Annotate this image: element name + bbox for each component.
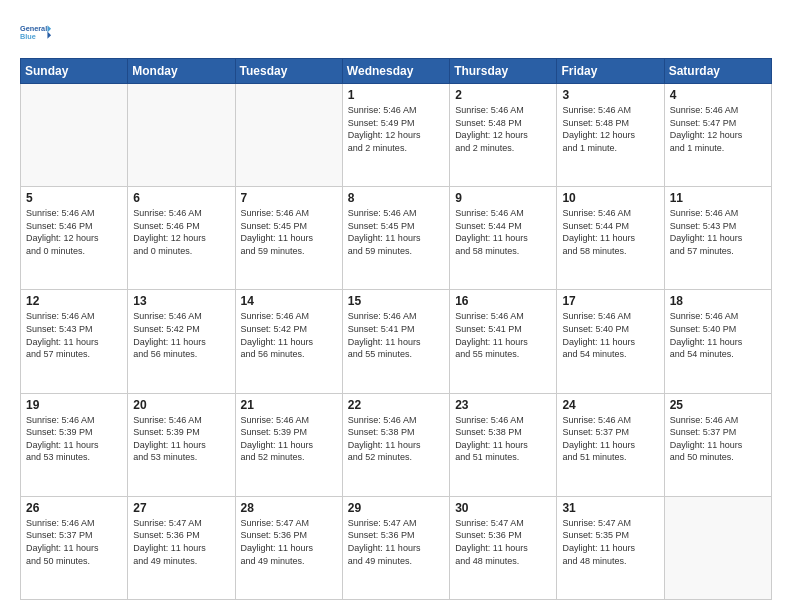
- day-info: Sunrise: 5:46 AM Sunset: 5:38 PM Dayligh…: [455, 414, 551, 464]
- day-number: 12: [26, 294, 122, 308]
- day-number: 17: [562, 294, 658, 308]
- day-cell: 4Sunrise: 5:46 AM Sunset: 5:47 PM Daylig…: [664, 84, 771, 187]
- calendar: SundayMondayTuesdayWednesdayThursdayFrid…: [20, 58, 772, 600]
- day-info: Sunrise: 5:46 AM Sunset: 5:39 PM Dayligh…: [26, 414, 122, 464]
- day-info: Sunrise: 5:46 AM Sunset: 5:46 PM Dayligh…: [26, 207, 122, 257]
- day-info: Sunrise: 5:46 AM Sunset: 5:37 PM Dayligh…: [562, 414, 658, 464]
- day-info: Sunrise: 5:47 AM Sunset: 5:36 PM Dayligh…: [133, 517, 229, 567]
- weekday-monday: Monday: [128, 59, 235, 84]
- day-number: 13: [133, 294, 229, 308]
- day-number: 22: [348, 398, 444, 412]
- week-row-3: 12Sunrise: 5:46 AM Sunset: 5:43 PM Dayli…: [21, 290, 772, 393]
- day-cell: 7Sunrise: 5:46 AM Sunset: 5:45 PM Daylig…: [235, 187, 342, 290]
- day-info: Sunrise: 5:46 AM Sunset: 5:43 PM Dayligh…: [26, 310, 122, 360]
- day-cell: 23Sunrise: 5:46 AM Sunset: 5:38 PM Dayli…: [450, 393, 557, 496]
- day-number: 15: [348, 294, 444, 308]
- day-info: Sunrise: 5:46 AM Sunset: 5:49 PM Dayligh…: [348, 104, 444, 154]
- weekday-wednesday: Wednesday: [342, 59, 449, 84]
- day-cell: 16Sunrise: 5:46 AM Sunset: 5:41 PM Dayli…: [450, 290, 557, 393]
- day-info: Sunrise: 5:46 AM Sunset: 5:48 PM Dayligh…: [455, 104, 551, 154]
- day-cell: 24Sunrise: 5:46 AM Sunset: 5:37 PM Dayli…: [557, 393, 664, 496]
- day-cell: [128, 84, 235, 187]
- day-number: 31: [562, 501, 658, 515]
- day-info: Sunrise: 5:46 AM Sunset: 5:39 PM Dayligh…: [133, 414, 229, 464]
- day-info: Sunrise: 5:46 AM Sunset: 5:41 PM Dayligh…: [455, 310, 551, 360]
- day-info: Sunrise: 5:46 AM Sunset: 5:38 PM Dayligh…: [348, 414, 444, 464]
- day-number: 18: [670, 294, 766, 308]
- day-info: Sunrise: 5:46 AM Sunset: 5:40 PM Dayligh…: [670, 310, 766, 360]
- logo: GeneralBlue: [20, 16, 52, 48]
- day-cell: 20Sunrise: 5:46 AM Sunset: 5:39 PM Dayli…: [128, 393, 235, 496]
- day-info: Sunrise: 5:46 AM Sunset: 5:45 PM Dayligh…: [348, 207, 444, 257]
- day-cell: 8Sunrise: 5:46 AM Sunset: 5:45 PM Daylig…: [342, 187, 449, 290]
- day-number: 6: [133, 191, 229, 205]
- day-info: Sunrise: 5:46 AM Sunset: 5:40 PM Dayligh…: [562, 310, 658, 360]
- day-number: 26: [26, 501, 122, 515]
- day-number: 21: [241, 398, 337, 412]
- day-number: 4: [670, 88, 766, 102]
- day-cell: 5Sunrise: 5:46 AM Sunset: 5:46 PM Daylig…: [21, 187, 128, 290]
- day-cell: 9Sunrise: 5:46 AM Sunset: 5:44 PM Daylig…: [450, 187, 557, 290]
- day-cell: 25Sunrise: 5:46 AM Sunset: 5:37 PM Dayli…: [664, 393, 771, 496]
- day-cell: 19Sunrise: 5:46 AM Sunset: 5:39 PM Dayli…: [21, 393, 128, 496]
- day-info: Sunrise: 5:46 AM Sunset: 5:45 PM Dayligh…: [241, 207, 337, 257]
- day-number: 7: [241, 191, 337, 205]
- day-info: Sunrise: 5:47 AM Sunset: 5:36 PM Dayligh…: [348, 517, 444, 567]
- day-number: 30: [455, 501, 551, 515]
- day-number: 24: [562, 398, 658, 412]
- day-number: 3: [562, 88, 658, 102]
- day-number: 25: [670, 398, 766, 412]
- day-number: 8: [348, 191, 444, 205]
- page: GeneralBlue SundayMondayTuesdayWednesday…: [0, 0, 792, 612]
- day-cell: 17Sunrise: 5:46 AM Sunset: 5:40 PM Dayli…: [557, 290, 664, 393]
- day-info: Sunrise: 5:46 AM Sunset: 5:37 PM Dayligh…: [670, 414, 766, 464]
- day-cell: 22Sunrise: 5:46 AM Sunset: 5:38 PM Dayli…: [342, 393, 449, 496]
- day-cell: 31Sunrise: 5:47 AM Sunset: 5:35 PM Dayli…: [557, 496, 664, 599]
- svg-marker-3: [47, 32, 51, 39]
- day-cell: [235, 84, 342, 187]
- day-number: 10: [562, 191, 658, 205]
- day-cell: 15Sunrise: 5:46 AM Sunset: 5:41 PM Dayli…: [342, 290, 449, 393]
- day-number: 9: [455, 191, 551, 205]
- week-row-2: 5Sunrise: 5:46 AM Sunset: 5:46 PM Daylig…: [21, 187, 772, 290]
- day-info: Sunrise: 5:47 AM Sunset: 5:35 PM Dayligh…: [562, 517, 658, 567]
- weekday-sunday: Sunday: [21, 59, 128, 84]
- day-cell: 29Sunrise: 5:47 AM Sunset: 5:36 PM Dayli…: [342, 496, 449, 599]
- day-cell: 18Sunrise: 5:46 AM Sunset: 5:40 PM Dayli…: [664, 290, 771, 393]
- svg-text:Blue: Blue: [20, 32, 36, 41]
- day-cell: [664, 496, 771, 599]
- weekday-friday: Friday: [557, 59, 664, 84]
- day-cell: 10Sunrise: 5:46 AM Sunset: 5:44 PM Dayli…: [557, 187, 664, 290]
- day-number: 29: [348, 501, 444, 515]
- day-info: Sunrise: 5:46 AM Sunset: 5:44 PM Dayligh…: [455, 207, 551, 257]
- day-number: 5: [26, 191, 122, 205]
- day-cell: 6Sunrise: 5:46 AM Sunset: 5:46 PM Daylig…: [128, 187, 235, 290]
- day-info: Sunrise: 5:47 AM Sunset: 5:36 PM Dayligh…: [241, 517, 337, 567]
- day-cell: 28Sunrise: 5:47 AM Sunset: 5:36 PM Dayli…: [235, 496, 342, 599]
- day-info: Sunrise: 5:46 AM Sunset: 5:43 PM Dayligh…: [670, 207, 766, 257]
- day-info: Sunrise: 5:46 AM Sunset: 5:47 PM Dayligh…: [670, 104, 766, 154]
- day-number: 2: [455, 88, 551, 102]
- day-cell: 1Sunrise: 5:46 AM Sunset: 5:49 PM Daylig…: [342, 84, 449, 187]
- day-cell: [21, 84, 128, 187]
- day-number: 27: [133, 501, 229, 515]
- day-cell: 30Sunrise: 5:47 AM Sunset: 5:36 PM Dayli…: [450, 496, 557, 599]
- day-cell: 14Sunrise: 5:46 AM Sunset: 5:42 PM Dayli…: [235, 290, 342, 393]
- day-info: Sunrise: 5:46 AM Sunset: 5:42 PM Dayligh…: [133, 310, 229, 360]
- day-cell: 2Sunrise: 5:46 AM Sunset: 5:48 PM Daylig…: [450, 84, 557, 187]
- day-cell: 3Sunrise: 5:46 AM Sunset: 5:48 PM Daylig…: [557, 84, 664, 187]
- day-info: Sunrise: 5:46 AM Sunset: 5:44 PM Dayligh…: [562, 207, 658, 257]
- day-number: 19: [26, 398, 122, 412]
- day-cell: 21Sunrise: 5:46 AM Sunset: 5:39 PM Dayli…: [235, 393, 342, 496]
- weekday-tuesday: Tuesday: [235, 59, 342, 84]
- day-cell: 11Sunrise: 5:46 AM Sunset: 5:43 PM Dayli…: [664, 187, 771, 290]
- svg-marker-2: [47, 25, 51, 32]
- day-number: 23: [455, 398, 551, 412]
- day-cell: 12Sunrise: 5:46 AM Sunset: 5:43 PM Dayli…: [21, 290, 128, 393]
- day-info: Sunrise: 5:47 AM Sunset: 5:36 PM Dayligh…: [455, 517, 551, 567]
- day-number: 14: [241, 294, 337, 308]
- day-number: 16: [455, 294, 551, 308]
- day-number: 28: [241, 501, 337, 515]
- weekday-header-row: SundayMondayTuesdayWednesdayThursdayFrid…: [21, 59, 772, 84]
- logo-icon: GeneralBlue: [20, 16, 52, 48]
